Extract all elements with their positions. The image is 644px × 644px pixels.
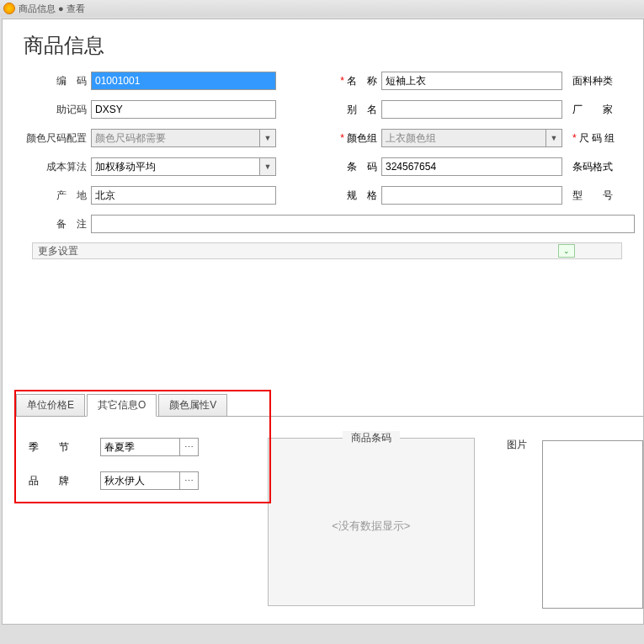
- label-alias: 别 名: [318, 103, 381, 117]
- label-origin: 产 地: [3, 189, 91, 203]
- tab-color-attr[interactable]: 颜色属性V: [158, 394, 227, 417]
- tab-unit-price[interactable]: 单位价格E: [16, 394, 85, 417]
- input-season[interactable]: [100, 438, 180, 456]
- expand-icon[interactable]: ⌄: [558, 244, 575, 258]
- lookup-icon[interactable]: ⋯: [180, 438, 199, 456]
- dropdown-icon[interactable]: ▼: [546, 129, 562, 147]
- label-mnemonic: 助记码: [3, 103, 91, 117]
- label-image: 图片: [492, 438, 542, 452]
- label-spec: 规 格: [318, 189, 381, 203]
- label-barcodefmt: 条码格式: [562, 160, 613, 174]
- label-colorgroup: *颜色组: [318, 131, 381, 146]
- dropdown-icon[interactable]: ▼: [259, 129, 276, 147]
- form-area: 编 码 *名 称 面料种类 助记码 别 名 厂 家 颜色尺码配置 ▼ *颜色组: [3, 67, 643, 237]
- input-colorgroup[interactable]: [381, 129, 546, 147]
- combo-season[interactable]: ⋯: [100, 438, 199, 456]
- label-name: *名 称: [318, 74, 381, 88]
- label-colorsize: 颜色尺码配置: [3, 131, 91, 146]
- input-mnemonic[interactable]: [91, 100, 276, 119]
- input-name[interactable]: [381, 72, 562, 90]
- page-title: 商品信息: [3, 19, 643, 67]
- input-alias[interactable]: [381, 100, 562, 119]
- barcode-panel: 商品条码 <没有数据显示>: [268, 438, 475, 606]
- label-cost: 成本算法: [3, 160, 91, 174]
- input-code[interactable]: [91, 72, 276, 90]
- nodata-text: <没有数据显示>: [269, 519, 474, 534]
- input-cost[interactable]: [91, 157, 259, 176]
- app-icon: [3, 3, 15, 14]
- title-bar: 商品信息 ● 查看: [0, 0, 644, 17]
- panel-legend: 商品条码: [343, 431, 400, 445]
- input-brand[interactable]: [100, 471, 180, 490]
- dropdown-icon[interactable]: ▼: [259, 157, 276, 176]
- combo-brand[interactable]: ⋯: [100, 471, 199, 490]
- image-box[interactable]: [542, 440, 643, 609]
- label-model: 型 号: [562, 189, 613, 203]
- label-remark: 备 注: [3, 217, 91, 232]
- input-spec[interactable]: [381, 186, 562, 205]
- combo-cost[interactable]: ▼: [91, 157, 276, 176]
- label-code: 编 码: [3, 74, 91, 88]
- combo-colorgroup[interactable]: ▼: [381, 129, 562, 147]
- input-barcode[interactable]: [381, 157, 562, 176]
- tabs-section: 单位价格E 其它信息O 颜色属性V 季 节 ⋯ 品 牌: [16, 394, 643, 609]
- input-remark[interactable]: [91, 215, 635, 233]
- more-settings-bar[interactable]: 更多设置 ⌄: [32, 242, 622, 259]
- tab-other-info[interactable]: 其它信息O: [87, 394, 157, 417]
- input-origin[interactable]: [91, 186, 276, 205]
- label-brand: 品 牌: [29, 474, 100, 488]
- label-barcode: 条 码: [318, 160, 381, 174]
- combo-colorsize[interactable]: ▼: [91, 129, 276, 147]
- label-sizegroup: *尺 码 组: [562, 131, 615, 146]
- label-season: 季 节: [29, 440, 100, 455]
- title-text: 商品信息 ● 查看: [19, 3, 85, 15]
- lookup-icon[interactable]: ⋯: [180, 471, 199, 490]
- input-colorsize[interactable]: [91, 129, 259, 147]
- label-factory: 厂 家: [562, 103, 613, 117]
- label-material: 面料种类: [562, 74, 613, 88]
- main-panel: 商品信息 编 码 *名 称 面料种类 助记码 别 名 厂 家 颜色尺码配置 ▼: [2, 19, 644, 625]
